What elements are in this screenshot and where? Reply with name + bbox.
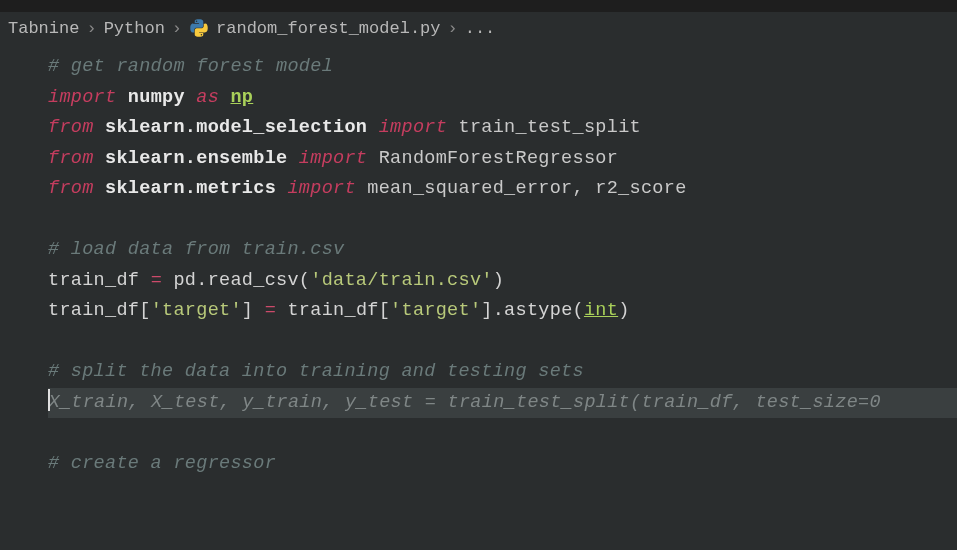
ai-suggestion-text: X_train, X_test, y_train, y_test = train…	[49, 392, 881, 413]
breadcrumb: Tabnine › Python › random_forest_model.p…	[0, 12, 957, 48]
breadcrumb-item-more[interactable]: ...	[465, 19, 496, 38]
code-line-blank	[48, 205, 957, 236]
code-line-import: from sklearn.ensemble import RandomFores…	[48, 144, 957, 175]
code-line: train_df['target'] = train_df['target'].…	[48, 296, 957, 327]
code-line-comment: # load data from train.csv	[48, 235, 957, 266]
code-line-blank	[48, 327, 957, 358]
code-line-import: import numpy as np	[48, 83, 957, 114]
breadcrumb-item-tabnine[interactable]: Tabnine	[8, 19, 79, 38]
code-line-comment: # create a regressor	[48, 449, 957, 480]
code-line-blank	[48, 418, 957, 449]
python-icon	[189, 18, 209, 38]
breadcrumb-item-file[interactable]: random_forest_model.py	[216, 19, 440, 38]
text-cursor	[48, 389, 50, 411]
breadcrumb-sep: ›	[447, 19, 457, 38]
code-editor[interactable]: # get random forest model import numpy a…	[0, 48, 957, 479]
breadcrumb-item-python[interactable]: Python	[104, 19, 165, 38]
title-bar-strip	[0, 0, 957, 12]
breadcrumb-sep: ›	[86, 19, 96, 38]
code-line-comment: # get random forest model	[48, 52, 957, 83]
code-line: train_df = pd.read_csv('data/train.csv')	[48, 266, 957, 297]
breadcrumb-sep: ›	[172, 19, 182, 38]
code-line-suggestion[interactable]: X_train, X_test, y_train, y_test = train…	[48, 388, 957, 419]
code-line-comment: # split the data into training and testi…	[48, 357, 957, 388]
code-line-import: from sklearn.metrics import mean_squared…	[48, 174, 957, 205]
code-line-import: from sklearn.model_selection import trai…	[48, 113, 957, 144]
